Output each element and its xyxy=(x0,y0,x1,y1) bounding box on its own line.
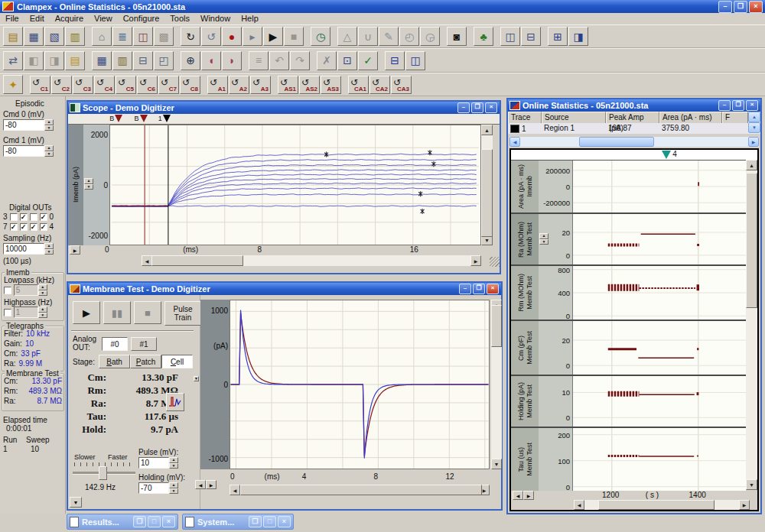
scroll-up-button[interactable]: ▲ xyxy=(481,125,493,135)
stats-horizontal-scrollbar[interactable]: ◀▶ xyxy=(574,500,750,510)
toolbar-button-key-assignments[interactable]: ✦ xyxy=(3,75,23,94)
toolbar-button-cursor-right[interactable]: ◗ xyxy=(222,51,242,70)
sequencer-key-CA1[interactable]: ↺CA1 xyxy=(348,76,369,94)
toolbar-button-rerun[interactable]: ↻ xyxy=(181,27,200,46)
scroll-left-button[interactable]: ◀ xyxy=(142,255,152,266)
toolbar-button-timer[interactable]: ◷ xyxy=(311,27,330,46)
spin-down[interactable]: ▼ xyxy=(44,125,54,131)
toolbar-button-export-disabled[interactable]: ◨ xyxy=(44,51,64,70)
scroll-thumb[interactable] xyxy=(579,137,654,147)
spin-up[interactable]: ▲ xyxy=(539,233,549,239)
spin-down[interactable]: ▼ xyxy=(169,463,178,469)
scroll-thumb[interactable] xyxy=(151,255,243,266)
speed-slider[interactable] xyxy=(73,472,135,475)
spin-down[interactable]: ▼ xyxy=(38,290,47,297)
holding-spinner[interactable]: ▲▼ xyxy=(169,482,178,494)
spin-down[interactable]: ▼ xyxy=(44,249,54,255)
cursor-marker-B[interactable]: B xyxy=(135,115,148,122)
toolbar-button-quick-save[interactable]: ▦ xyxy=(92,51,112,70)
toolbar-button-tile-horizontal[interactable]: ⊟ xyxy=(385,51,405,70)
window-restore-button[interactable]: ❐ xyxy=(734,1,747,13)
holding-input[interactable]: -70 xyxy=(138,482,169,494)
digital-out-checkbox[interactable]: ✓ xyxy=(30,223,37,231)
scope-hscroll-track[interactable]: ◀▶ xyxy=(142,255,481,266)
strip-plot-area[interactable] xyxy=(572,428,746,491)
toolbar-button-clock-b[interactable]: ◶ xyxy=(420,27,440,46)
digital-out-checkbox[interactable]: ✓ xyxy=(20,223,28,231)
scope-close-button[interactable]: × xyxy=(485,102,497,113)
toolbar-button-print-preview[interactable]: ◰ xyxy=(154,51,174,70)
spin-up[interactable]: ▲ xyxy=(44,145,54,151)
stats-table-row[interactable]: 1Region 1198.873759.80 xyxy=(508,123,760,134)
resize-grip[interactable] xyxy=(490,257,500,267)
scroll-down-button[interactable]: ▼ xyxy=(746,479,757,490)
sequencer-key-C1[interactable]: ↺C1 xyxy=(30,76,50,94)
stats-close-button[interactable]: × xyxy=(746,100,758,111)
toolbar-button-analysis-window[interactable]: ◫ xyxy=(133,27,153,46)
sequencer-key-C7[interactable]: ↺C7 xyxy=(158,76,179,94)
stats-titlebar[interactable]: Online Statistics - 05n21000.sta –❐× xyxy=(508,99,760,112)
toolbar-button-telegraph-config[interactable]: ◨ xyxy=(568,27,588,46)
membrane-restore-button[interactable]: ❐ xyxy=(473,284,485,294)
sequencer-key-A2[interactable]: ↺A2 xyxy=(229,76,249,94)
menu-configure[interactable]: Configure xyxy=(118,14,165,24)
toolbar-button-zoom-in[interactable]: ⊕ xyxy=(181,51,200,70)
pulse-input[interactable]: 10 xyxy=(138,457,169,469)
highpass-spinner[interactable]: ▲▼ xyxy=(38,307,47,318)
column-header-area-pa-ms-[interactable]: Area (pA · ms) xyxy=(659,112,722,123)
lowpass-spinner[interactable]: ▲▼ xyxy=(38,284,47,296)
scope-titlebar[interactable]: Scope - Demo Digitizer –❐× xyxy=(68,102,500,114)
scroll-right-button[interactable]: ▶ xyxy=(739,500,750,510)
sequencer-key-CA2[interactable]: ↺CA2 xyxy=(369,76,390,94)
scope-restore-button[interactable]: ❐ xyxy=(471,102,483,113)
main-titlebar[interactable]: Clampex - Online Statistics - 05n21000.s… xyxy=(0,0,765,13)
scroll-thumb[interactable] xyxy=(491,305,502,348)
scroll-up-button[interactable]: ▲ xyxy=(746,160,757,170)
restore-button[interactable]: ❐ xyxy=(133,516,146,527)
toolbar-button-tile-vertical[interactable]: ◫ xyxy=(405,51,425,70)
membrane-minimize-button[interactable]: – xyxy=(459,284,471,294)
highpass-checkbox[interactable] xyxy=(4,309,11,316)
spin-down[interactable]: ▼ xyxy=(44,151,54,157)
strip-plot-area[interactable] xyxy=(572,161,746,212)
menu-view[interactable]: View xyxy=(89,14,118,24)
cmd0-spinner[interactable]: ▲▼ xyxy=(44,119,54,131)
spin-up[interactable]: ▲ xyxy=(169,457,178,463)
sequencer-key-C5[interactable]: ↺C5 xyxy=(116,76,136,94)
menu-file[interactable]: File xyxy=(0,14,24,24)
toolbar-button-erase-display[interactable]: ✗ xyxy=(317,51,337,70)
toolbar-button-tuner[interactable]: △ xyxy=(337,27,357,46)
maximize-button[interactable]: □ xyxy=(148,516,161,527)
digital-out-checkbox[interactable] xyxy=(30,213,37,221)
toolbar-button-save-data-file[interactable]: ▦ xyxy=(24,27,44,46)
sequencer-key-C2[interactable]: ↺C2 xyxy=(51,76,72,94)
pulse-train-button[interactable]: Pulse Train xyxy=(164,301,201,326)
digital-out-checkbox[interactable]: ✓ xyxy=(40,213,47,221)
scope-plot-area[interactable] xyxy=(109,125,481,245)
menu-tools[interactable]: Tools xyxy=(164,14,195,24)
strip-plot-area[interactable] xyxy=(572,214,746,264)
toolbar-button-holder[interactable]: ∪ xyxy=(358,27,378,46)
sequencer-key-AS3[interactable]: ↺AS3 xyxy=(321,76,341,94)
restore-button[interactable]: ❐ xyxy=(249,516,262,527)
spin-down[interactable]: ▼ xyxy=(169,488,178,495)
window-close-button[interactable]: × xyxy=(749,1,763,13)
scroll-left-button[interactable]: ◀ xyxy=(509,137,520,147)
membrane-titlebar[interactable]: Membrane Test - Demo Digitizer –❐× xyxy=(68,283,501,295)
membrane-horizontal-scrollbar[interactable]: ◀▶ xyxy=(230,485,490,495)
toolbar-button-transfer-display[interactable]: ⊟ xyxy=(521,27,541,46)
minimized-window-system[interactable]: System...❐□× xyxy=(182,514,294,530)
toolbar-button-import-disabled[interactable]: ◧ xyxy=(24,51,44,70)
sequencer-key-C4[interactable]: ↺C4 xyxy=(94,76,115,94)
spin-down[interactable]: ▼ xyxy=(194,376,199,381)
toolbar-button-transfer-files[interactable]: ⇄ xyxy=(3,51,23,70)
cursor-marker-B[interactable]: B xyxy=(109,115,122,122)
pan-left-button[interactable]: ◀ xyxy=(195,480,206,489)
toolbar-button-lab-book[interactable]: ≣ xyxy=(112,27,132,46)
pan-left-button[interactable]: ◀ xyxy=(513,491,523,500)
menu-window[interactable]: Window xyxy=(195,14,236,24)
stage-patch-button[interactable]: Patch xyxy=(130,355,161,368)
scroll-down-button[interactable]: ▼ xyxy=(491,459,502,469)
digital-out-checkbox[interactable]: ✓ xyxy=(10,223,18,231)
toolbar-button-save-data-as[interactable]: ▧ xyxy=(44,27,64,46)
